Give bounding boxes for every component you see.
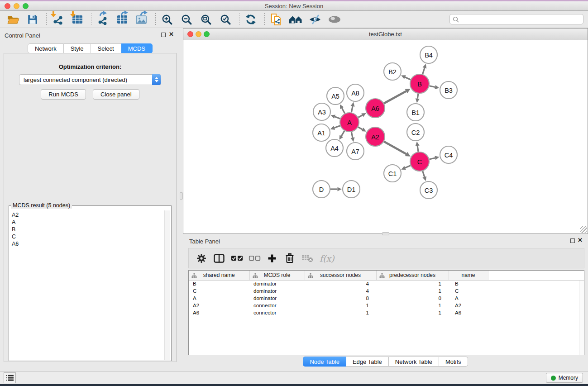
- table-settings-button[interactable]: [195, 252, 208, 265]
- zoom-view-icon[interactable]: [204, 31, 210, 37]
- run-mcds-button[interactable]: Run MCDS: [41, 89, 86, 100]
- table-cell[interactable]: B: [449, 280, 488, 287]
- mcds-result-item[interactable]: A2: [12, 211, 171, 219]
- table-cell[interactable]: 1: [305, 309, 376, 316]
- tab-style[interactable]: Style: [64, 43, 91, 53]
- close-panel-button[interactable]: Close panel: [93, 89, 139, 100]
- tab-mcds[interactable]: MCDS: [121, 43, 153, 53]
- graph-edge-A-A3[interactable]: [335, 117, 340, 119]
- refresh-button[interactable]: [244, 13, 258, 26]
- splitter-grip-horizontal[interactable]: [382, 232, 389, 235]
- zoom-selected-button[interactable]: [219, 13, 232, 26]
- memory-button[interactable]: Memory: [546, 373, 583, 383]
- column-header-name[interactable]: name: [449, 271, 488, 280]
- zoom-out-button[interactable]: [180, 13, 193, 26]
- table-cell[interactable]: A6: [449, 309, 488, 316]
- graph-edge-C-C2[interactable]: [417, 146, 418, 152]
- resize-grip-icon[interactable]: [580, 226, 587, 233]
- tab-motifs[interactable]: Motifs: [439, 357, 468, 367]
- column-header-mcds-role[interactable]: MCDS role: [249, 271, 305, 280]
- table-cell[interactable]: connector: [249, 309, 305, 316]
- table-cell[interactable]: 1: [376, 280, 449, 287]
- close-view-icon[interactable]: [187, 31, 193, 37]
- float-panel-icon[interactable]: [570, 238, 575, 243]
- graph-edge-A-A8[interactable]: [351, 106, 353, 113]
- table-cell[interactable]: A: [449, 295, 488, 302]
- table-cell[interactable]: 1: [305, 302, 376, 309]
- table-cell[interactable]: A2: [449, 302, 488, 309]
- table-cell[interactable]: 4: [305, 287, 376, 295]
- table-cell[interactable]: connector: [249, 302, 305, 309]
- tab-network-table[interactable]: Network Table: [389, 357, 439, 367]
- show-all-networks-button[interactable]: [289, 13, 302, 26]
- close-panel-icon[interactable]: ✕: [169, 31, 174, 38]
- graph-edge-A-A1[interactable]: [335, 126, 340, 128]
- import-table-button[interactable]: [71, 13, 84, 26]
- save-session-button[interactable]: [26, 13, 39, 26]
- hide-details-button[interactable]: [308, 13, 322, 26]
- table-cell[interactable]: dominator: [249, 287, 305, 295]
- column-header-shared-name[interactable]: shared name: [189, 271, 249, 280]
- search-input[interactable]: [459, 15, 583, 24]
- column-header-predecessor-nodes[interactable]: predecessor nodes: [376, 271, 449, 280]
- mcds-result-item[interactable]: C: [12, 233, 171, 240]
- table-cell[interactable]: 1: [376, 287, 449, 295]
- tab-edge-table[interactable]: Edge Table: [346, 357, 389, 367]
- zoom-fit-button[interactable]: [199, 13, 213, 26]
- mcds-result-item[interactable]: B: [12, 226, 171, 233]
- show-columns-button[interactable]: [213, 252, 225, 265]
- table-cell[interactable]: 1: [376, 302, 449, 309]
- export-network-button[interactable]: [96, 13, 110, 26]
- table-cell[interactable]: A2: [189, 302, 249, 309]
- graph-edge-A-A5[interactable]: [342, 108, 344, 114]
- create-column-button[interactable]: [266, 252, 278, 265]
- tab-network[interactable]: Network: [28, 43, 64, 53]
- export-image-button[interactable]: [135, 13, 148, 26]
- table-cell[interactable]: C: [189, 287, 249, 295]
- column-header-successor-nodes[interactable]: successor nodes: [305, 271, 376, 280]
- graph-edge-A-A2[interactable]: [358, 127, 362, 129]
- open-session-button[interactable]: [6, 13, 20, 26]
- network-window-titlebar[interactable]: testGlobe.txt: [183, 29, 588, 40]
- table-row[interactable]: A2connector11A2: [189, 302, 584, 309]
- table-cell[interactable]: A: [189, 295, 249, 302]
- table-cell[interactable]: 0: [376, 295, 449, 302]
- mcds-result-item[interactable]: A6: [12, 240, 171, 248]
- export-table-button[interactable]: [115, 13, 129, 26]
- table-cell[interactable]: A6: [189, 309, 249, 316]
- table-row[interactable]: Bdominator41B: [189, 280, 584, 287]
- deselect-all-button[interactable]: [248, 252, 261, 265]
- graph-edge-A6-B[interactable]: [384, 91, 406, 103]
- table-cell[interactable]: dominator: [249, 295, 305, 302]
- splitter-grip-vertical[interactable]: [180, 192, 183, 200]
- tab-node-table[interactable]: Node Table: [303, 357, 346, 367]
- graph-edge-A-A6[interactable]: [358, 115, 362, 118]
- graph-edge-B-B4[interactable]: [423, 68, 425, 74]
- table-row[interactable]: A6connector11A6: [189, 309, 584, 316]
- select-all-button[interactable]: [230, 252, 243, 265]
- table-row[interactable]: Cdominator41C: [189, 287, 584, 295]
- table-scrollbar[interactable]: [579, 281, 584, 355]
- task-history-button[interactable]: [4, 372, 16, 383]
- mcds-scrollbar[interactable]: [164, 210, 170, 360]
- table-row[interactable]: Adominator80A: [189, 295, 584, 302]
- graph-edge-A2-C[interactable]: [384, 142, 406, 154]
- graph-edge-B-B2[interactable]: [405, 77, 411, 80]
- graph-edge-C-C3[interactable]: [423, 171, 425, 177]
- graph-edge-B-B3[interactable]: [429, 86, 435, 87]
- import-network-button[interactable]: [51, 13, 65, 26]
- zoom-window-icon[interactable]: [23, 3, 29, 9]
- table-cell[interactable]: 4: [305, 280, 376, 287]
- mcds-result-item[interactable]: A: [12, 219, 171, 226]
- minimize-window-icon[interactable]: [14, 3, 19, 9]
- graph-edge-A-A4[interactable]: [341, 131, 344, 136]
- graph-edge-B-B1[interactable]: [417, 94, 418, 99]
- minimize-view-icon[interactable]: [196, 31, 201, 37]
- tab-select[interactable]: Select: [91, 43, 121, 53]
- float-panel-icon[interactable]: [161, 33, 166, 37]
- table-cell[interactable]: C: [449, 287, 488, 295]
- table-cell[interactable]: B: [189, 280, 249, 287]
- network-overview-button[interactable]: [269, 13, 283, 26]
- close-panel-icon[interactable]: ✕: [578, 237, 583, 243]
- zoom-in-button[interactable]: [160, 13, 174, 26]
